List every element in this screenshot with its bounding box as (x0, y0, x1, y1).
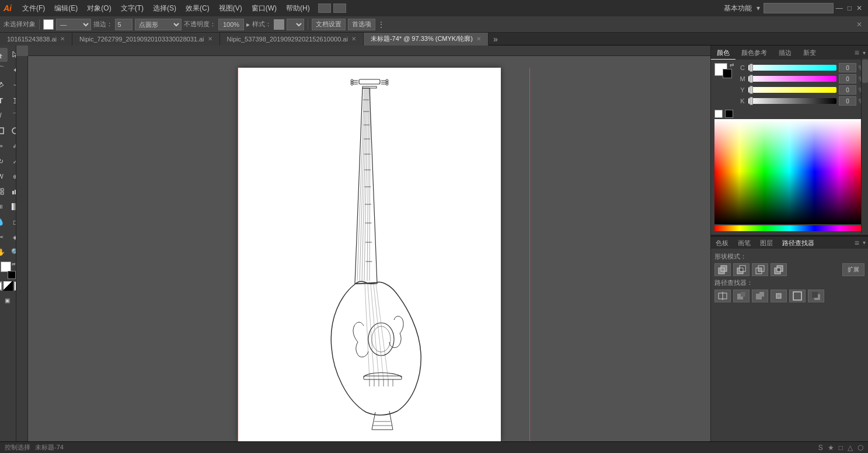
m-value-input[interactable] (839, 74, 856, 83)
black-swatch[interactable] (725, 110, 733, 118)
paintbrush-tool[interactable]: ✏ (0, 139, 8, 153)
menu-effect[interactable]: 效果(C) (181, 2, 214, 15)
screen-mode-btn[interactable]: ▣ (1, 293, 15, 307)
preferences-btn[interactable]: 首选项 (348, 19, 375, 30)
tab-more-btn[interactable]: » (489, 34, 503, 44)
menu-help[interactable]: 帮助(H) (281, 2, 315, 15)
style-select[interactable] (287, 19, 304, 30)
layers-tab[interactable]: 图层 (755, 236, 778, 249)
stroke-shape-select[interactable]: 点圆形 (135, 19, 182, 30)
crop-btn[interactable] (771, 290, 787, 302)
artboard[interactable] (238, 68, 501, 441)
menu-select[interactable]: 选择(S) (148, 2, 181, 15)
toolbar-more-btn[interactable]: ⋮ (378, 20, 385, 29)
curvature-tool[interactable]: ~ (8, 78, 16, 92)
y-slider[interactable] (748, 87, 836, 93)
canvas-area[interactable] (16, 46, 710, 441)
merge-btn[interactable] (752, 290, 768, 302)
opacity-chevron[interactable]: ▸ (246, 20, 250, 29)
color-panel-collapse[interactable]: ▾ (863, 50, 868, 56)
vertical-type-tool[interactable]: T̲ (8, 93, 16, 107)
tab-3-close[interactable]: ✕ (476, 36, 481, 42)
selection-tool[interactable] (0, 48, 8, 62)
blend-tool[interactable]: ⊕ (8, 169, 16, 183)
right-scrollbar[interactable] (861, 58, 868, 234)
scroll-thumb[interactable] (862, 60, 868, 83)
symbol-tool[interactable] (0, 184, 8, 198)
warp-tool[interactable]: W (0, 169, 8, 183)
menu-edit[interactable]: 编辑(E) (50, 2, 82, 15)
k-value-input[interactable] (839, 96, 856, 106)
sub-panel-menu[interactable]: ≡ (851, 238, 863, 248)
expand-btn[interactable]: 扩展 (842, 263, 864, 276)
mesh-tool[interactable]: ⊞ (0, 200, 8, 214)
doc-settings-btn[interactable]: 文档设置 (312, 19, 346, 30)
color-ref-tab[interactable]: 颜色参考 (735, 46, 773, 60)
exclude-btn[interactable] (771, 263, 787, 276)
workspace-chevron[interactable]: ▾ (757, 4, 760, 12)
sub-panel-collapse[interactable]: ▾ (863, 239, 868, 246)
tab-1[interactable]: Nipic_7262799_20190920103330028031.ai ✕ (72, 33, 219, 46)
gradient-tool[interactable] (8, 200, 16, 214)
slice-tool[interactable]: ✂ (0, 230, 8, 244)
pen-tool[interactable] (0, 78, 8, 92)
ellipse-tool[interactable] (8, 124, 16, 138)
tab-2[interactable]: Nipic_537398_20190929202152610000.ai ✕ (220, 33, 364, 46)
outline-btn[interactable] (789, 290, 806, 302)
bottom-icon-hex[interactable]: ⬡ (857, 444, 863, 452)
menu-file[interactable]: 文件(F) (18, 2, 50, 15)
panel-collapse-btn[interactable]: ✕ (854, 20, 864, 29)
swap-colors-btn[interactable]: ⇄ (730, 62, 734, 68)
measure-tool[interactable]: ◻ (8, 215, 16, 229)
bottom-icon-s[interactable]: S (818, 444, 823, 452)
intersect-btn[interactable] (752, 263, 768, 276)
lasso-tool[interactable]: ⌒ (0, 63, 8, 77)
rectangle-tool[interactable] (0, 124, 8, 138)
pathfinder-tab[interactable]: 路径查找器 (778, 236, 819, 249)
brush-tab[interactable]: 画笔 (733, 236, 755, 249)
m-slider[interactable] (748, 76, 836, 82)
fill-swatch[interactable] (43, 19, 54, 30)
workspace-mode[interactable]: 基本功能 (719, 2, 757, 15)
y-value-input[interactable] (839, 85, 856, 95)
pencil-tool[interactable]: ✐ (8, 139, 16, 153)
bottom-icon-rect[interactable]: □ (839, 444, 843, 452)
stroke-tab[interactable]: 描边 (773, 46, 797, 60)
trim-btn[interactable] (733, 290, 750, 302)
hue-bar[interactable] (714, 225, 864, 231)
bottom-icon-star[interactable]: ★ (828, 444, 834, 452)
direct-selection-tool[interactable] (8, 48, 16, 62)
unite-btn[interactable] (714, 263, 731, 276)
tab-1-close[interactable]: ✕ (208, 36, 212, 42)
gradient-box[interactable] (4, 281, 13, 291)
rotate-tool[interactable]: ↻ (0, 154, 8, 168)
minimize-btn[interactable]: — (834, 4, 845, 12)
tab-3[interactable]: 未标题-74* @ 97.33% (CMYK/轮廓) ✕ (364, 33, 489, 46)
magic-wand-tool[interactable]: ✦ (8, 63, 16, 77)
tab-0[interactable]: 101615243838.ai ✕ (0, 33, 72, 46)
maximize-btn[interactable]: □ (845, 4, 854, 12)
eraser-tool[interactable]: ◈ (8, 230, 16, 244)
white-swatch[interactable] (714, 110, 723, 118)
menu-object[interactable]: 对象(O) (82, 2, 116, 15)
swatch-tab[interactable]: 色板 (711, 236, 733, 249)
color-panel-menu[interactable]: ≡ (851, 48, 863, 57)
swap-colors-icon[interactable]: ⇄ (12, 262, 16, 267)
column-chart-tool[interactable] (8, 184, 16, 198)
color-gradient-picker[interactable] (714, 119, 864, 224)
gradient-tab[interactable]: 新变 (797, 46, 822, 60)
style-swatch[interactable] (274, 19, 284, 30)
scale-tool[interactable]: ⤢ (8, 154, 16, 168)
eyedropper-tool[interactable]: 💧 (0, 215, 8, 229)
minus-back-btn[interactable] (808, 290, 824, 302)
color-tab[interactable]: 颜色 (711, 46, 735, 60)
type-tool[interactable]: T (0, 93, 8, 107)
menu-window[interactable]: 窗口(W) (247, 2, 281, 15)
tab-0-close[interactable]: ✕ (60, 36, 65, 42)
color-box[interactable] (0, 281, 2, 291)
stroke-color-swatch[interactable] (8, 271, 16, 279)
menu-type[interactable]: 文字(T) (116, 2, 148, 15)
arc-tool[interactable]: ⌒ (8, 109, 16, 123)
line-tool[interactable]: / (0, 109, 8, 123)
bottom-icon-tri[interactable]: △ (848, 444, 853, 452)
